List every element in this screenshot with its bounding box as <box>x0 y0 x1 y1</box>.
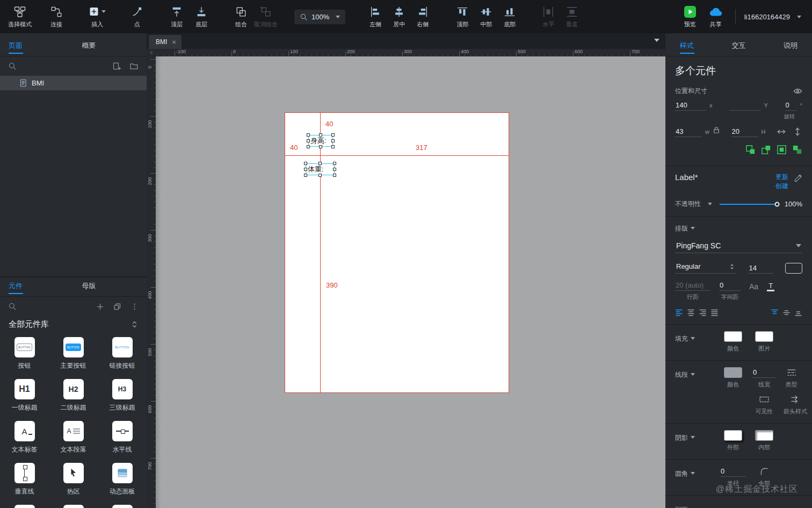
align-text-center-icon[interactable] <box>687 309 695 317</box>
widget-partial[interactable] <box>2 505 48 508</box>
tool-group[interactable]: 组合 <box>229 5 253 28</box>
add-page-icon[interactable] <box>112 62 121 71</box>
arrow-style-icon[interactable] <box>791 394 800 405</box>
line-color-swatch[interactable] <box>724 367 742 378</box>
tab-widgets[interactable]: 元件 <box>0 281 74 296</box>
radius-caret[interactable] <box>691 472 695 475</box>
selection-handle[interactable] <box>307 145 310 148</box>
search-icon[interactable] <box>8 302 17 311</box>
widget-partial[interactable] <box>99 505 146 508</box>
tool-connect[interactable]: 连接 <box>44 5 69 28</box>
radius-all-icon[interactable] <box>759 466 769 477</box>
widget-dynamic-panel[interactable]: 动态面板 <box>99 463 146 505</box>
height-input[interactable] <box>731 126 758 137</box>
align-widget-icon-1[interactable] <box>745 145 756 157</box>
selection-handle[interactable] <box>333 174 336 177</box>
opacity-slider[interactable] <box>720 204 777 205</box>
tool-insert[interactable]: 插入 <box>85 5 110 28</box>
tool-bottom-layer[interactable]: 底层 <box>189 5 214 28</box>
shadow-caret[interactable] <box>691 436 695 439</box>
typography-caret[interactable] <box>691 227 695 230</box>
edit-style-icon[interactable] <box>794 173 802 183</box>
tool-top-layer[interactable]: 顶层 <box>164 5 189 28</box>
visibility-eye-icon[interactable] <box>793 87 802 96</box>
selection-handle[interactable] <box>307 133 310 137</box>
align-widget-icon-4[interactable] <box>792 145 802 157</box>
align-widget-icon-2[interactable] <box>761 145 771 157</box>
selection-handle[interactable] <box>333 168 336 171</box>
tab-masters[interactable]: 母版 <box>74 281 147 296</box>
text-color-icon[interactable]: T <box>767 282 774 291</box>
user-menu[interactable]: li16620164429 <box>744 13 801 21</box>
selected-weight-label[interactable]: 体重: <box>306 163 335 175</box>
fill-caret[interactable] <box>691 337 695 340</box>
align-text-middle-icon[interactable] <box>782 309 791 317</box>
selection-handle[interactable] <box>304 162 307 165</box>
widget-h1[interactable]: H1 一级标题 <box>2 379 48 421</box>
font-family-select[interactable]: PingFang SC <box>675 239 802 253</box>
selection-handle[interactable] <box>307 139 310 142</box>
tab-notes[interactable]: 说明 <box>784 40 798 56</box>
outer-shadow-swatch[interactable] <box>724 430 742 441</box>
align-text-top-icon[interactable] <box>771 309 779 317</box>
widget-hotspot[interactable]: 热区 <box>50 463 97 505</box>
opacity-caret[interactable] <box>708 203 712 205</box>
inner-shadow-swatch[interactable] <box>755 430 773 441</box>
widget-primary-button[interactable]: BUTTON 主要按钮 <box>50 337 97 379</box>
radius-value[interactable]: 0 <box>720 466 746 477</box>
selection-handle[interactable] <box>318 174 322 177</box>
fill-color-swatch[interactable] <box>724 331 742 342</box>
create-style-link[interactable]: 创建 <box>775 182 788 191</box>
widget-text-label[interactable]: A 文本标签 <box>2 421 48 463</box>
selection-handle[interactable] <box>304 168 307 171</box>
add-library-icon[interactable] <box>96 303 104 311</box>
page-item-bmi[interactable]: BMI <box>0 76 147 90</box>
font-weight-select[interactable]: Regular <box>675 260 736 274</box>
line-type-icon[interactable] <box>787 367 796 378</box>
tab-pages[interactable]: 页面 <box>0 40 74 56</box>
tab-interaction[interactable]: 交互 <box>732 40 746 56</box>
add-folder-icon[interactable] <box>129 62 139 71</box>
selection-handle[interactable] <box>333 162 336 165</box>
widget-link-button[interactable]: BUTTON 链接按钮 <box>99 337 146 379</box>
widget-vertical-line[interactable]: 垂直线 <box>2 463 48 505</box>
width-input[interactable] <box>675 126 702 137</box>
library-select[interactable]: 全部元件库 <box>0 316 147 335</box>
char-spacing-value[interactable]: 0 <box>719 280 741 291</box>
selection-handle[interactable] <box>319 133 322 137</box>
selection-handle[interactable] <box>319 145 322 148</box>
widget-horizontal-line[interactable]: 水平线 <box>99 421 146 463</box>
close-tab-icon[interactable]: × <box>172 38 176 46</box>
vertical-ruler[interactable]: 0 100 200 300 400 500 600 700 <box>147 56 156 508</box>
visibility-icon[interactable] <box>759 394 770 405</box>
line-width-value[interactable]: 0 <box>752 367 776 378</box>
align-text-left-icon[interactable] <box>675 309 683 317</box>
tool-align-top[interactable]: 顶部 <box>451 5 474 28</box>
artboard[interactable]: 40 40 317 390 身高: 体重: <box>156 56 665 508</box>
case-aa-icon[interactable]: Aa <box>749 282 758 291</box>
tool-align-left[interactable]: 左侧 <box>364 5 387 28</box>
horizontal-ruler[interactable]: -100 0 100 200 300 400 500 600 700 <box>156 49 665 56</box>
selection-handle[interactable] <box>331 145 335 148</box>
text-style-box[interactable] <box>785 263 802 274</box>
share-button[interactable]: 共享 <box>705 5 727 28</box>
duplicate-icon[interactable] <box>113 303 121 311</box>
tool-align-middle[interactable]: 中部 <box>474 5 498 28</box>
tool-point[interactable]: 点 <box>128 5 146 28</box>
font-size-input[interactable] <box>749 263 773 274</box>
ruler-origin-corner[interactable] <box>147 49 156 56</box>
rotate-input[interactable] <box>785 100 797 111</box>
tab-outline[interactable]: 概要 <box>74 40 147 56</box>
tabs-menu-caret[interactable] <box>654 39 659 42</box>
fit-height-icon[interactable] <box>793 126 802 137</box>
widget-h2[interactable]: H2 二级标题 <box>50 379 97 421</box>
tool-align-bottom[interactable]: 底部 <box>498 5 521 28</box>
line-spacing-value[interactable]: 20 (auto) <box>675 280 711 291</box>
selection-handle[interactable] <box>318 162 322 165</box>
y-input[interactable] <box>729 100 760 111</box>
tab-style[interactable]: 样式 <box>680 40 694 56</box>
selection-handle[interactable] <box>331 139 335 142</box>
widget-h3[interactable]: H3 三级标题 <box>99 379 146 421</box>
update-style-link[interactable]: 更新 <box>775 173 788 182</box>
doc-tab-bmi[interactable]: BMI × <box>149 35 182 49</box>
